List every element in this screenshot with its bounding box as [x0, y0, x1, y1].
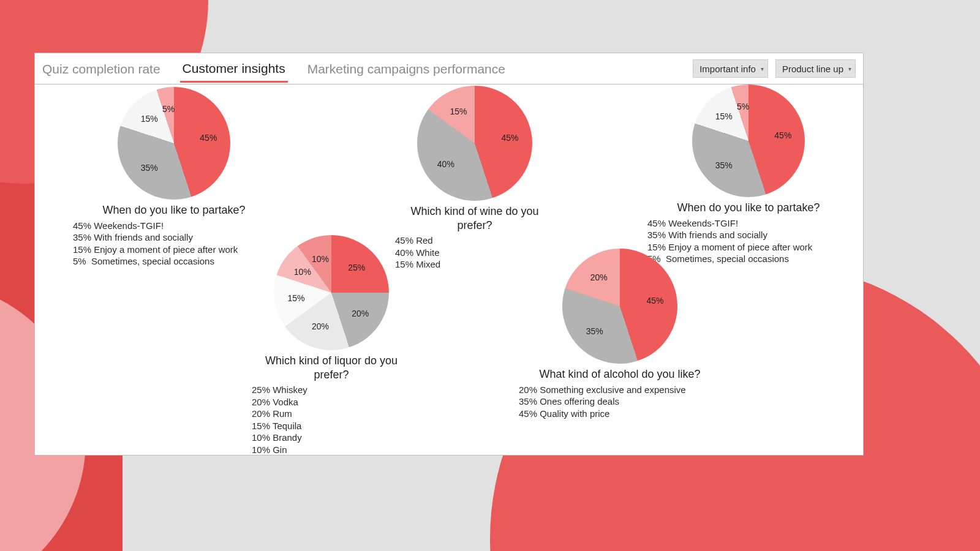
page-background: Quiz completion rate Customer insights M… [0, 0, 980, 551]
legend-item: 15% Enjoy a moment of piece after work [73, 244, 275, 256]
pie-chart: 45%35%15%5% [118, 87, 230, 200]
legend-item: 5% Sometimes, special occasions [73, 255, 275, 268]
chart-title: When do you like to partake? [647, 201, 850, 215]
chart-title: Which kind of wine do you prefer? [395, 204, 554, 232]
chart-panel: 45%35%20%What kind of alcohol do you lik… [519, 249, 721, 419]
pie-chart: 45%40%15% [417, 86, 532, 201]
pie-chart: 45%35%20% [562, 249, 677, 364]
legend-item: 35% With friends and socially [73, 231, 275, 244]
pie-slices [692, 84, 805, 197]
pie-slices [562, 249, 677, 364]
dashboard-card: Quiz completion rate Customer insights M… [34, 53, 864, 455]
pie-chart: 25%20%20%15%10%10% [274, 235, 389, 350]
chart-panel: 45%35%15%5%When do you like to partake?4… [73, 87, 275, 268]
filter-important-info[interactable]: Important info ▾ [693, 59, 768, 78]
legend-item: 35% Ones offering deals [519, 395, 721, 408]
pie-slices [274, 235, 389, 350]
pie-chart: 45%35%15%5% [692, 84, 805, 197]
legend-item: 20% Rum [252, 408, 411, 420]
chart-title: When do you like to partake? [73, 203, 275, 217]
chart-legend: 20% Something exclusive and expensive35%… [519, 384, 721, 420]
legend-item: 45% Weekends-TGIF! [73, 220, 275, 232]
chevron-down-icon: ▾ [848, 66, 851, 72]
dashboard-topbar: Quiz completion rate Customer insights M… [35, 53, 863, 84]
tab-quiz-completion[interactable]: Quiz completion rate [40, 56, 163, 81]
legend-item: 35% With friends and socially [647, 229, 850, 241]
chart-legend: 25% Whiskey20% Vodka20% Rum15% Tequila10… [252, 384, 411, 455]
legend-item: 45% Weekends-TGIF! [647, 217, 850, 230]
legend-item: 10% Gin [252, 444, 411, 456]
legend-item: 20% Something exclusive and expensive [519, 384, 721, 396]
tab-list: Quiz completion rate Customer insights M… [40, 55, 508, 83]
chart-title: What kind of alcohol do you like? [519, 367, 721, 381]
filter-important-label: Important info [699, 64, 756, 74]
chart-legend: 45% Weekends-TGIF!35% With friends and s… [73, 220, 275, 268]
legend-item: 15% Tequila [252, 420, 411, 432]
legend-item: 45% Red [395, 234, 554, 247]
chart-title: Which kind of liquor do you prefer? [252, 354, 411, 381]
chart-panel: 45%40%15%Which kind of wine do you prefe… [395, 86, 554, 271]
chart-panel: 25%20%20%15%10%10%Which kind of liquor d… [252, 235, 411, 455]
legend-item: 10% Brandy [252, 432, 411, 444]
chevron-down-icon: ▾ [761, 66, 764, 72]
chart-area: 45%35%15%5%When do you like to partake?4… [35, 84, 863, 455]
pie-slices [417, 86, 532, 201]
legend-item: 25% Whiskey [252, 384, 411, 396]
tab-customer-insights[interactable]: Customer insights [180, 55, 288, 83]
filter-product-lineup[interactable]: Product line up ▾ [775, 59, 856, 78]
legend-item: 45% Quality with price [519, 408, 721, 420]
pie-slices [118, 87, 230, 200]
filters-group: Important info ▾ Product line up ▾ [693, 59, 856, 78]
tab-marketing-campaigns[interactable]: Marketing campaigns performance [305, 56, 508, 81]
legend-item: 20% Vodka [252, 396, 411, 408]
chart-panel: 45%35%15%5%When do you like to partake?4… [647, 84, 850, 265]
filter-product-label: Product line up [782, 64, 843, 74]
